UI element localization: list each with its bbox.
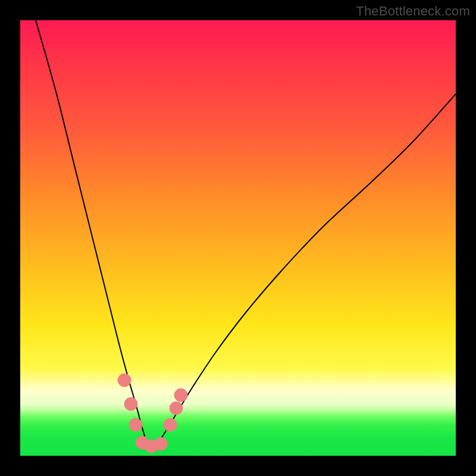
curve-marker [124,397,137,411]
chart-overlay [20,20,456,456]
curve-marker [174,389,187,402]
curve-marker [170,402,183,415]
bottleneck-curve [36,20,456,446]
chart-frame: TheBottleneck.com [0,0,476,476]
curve-marker [164,418,177,431]
curve-marker [118,374,131,387]
curve-marker [154,437,167,450]
watermark-text: TheBottleneck.com [356,4,470,19]
curve-marker [129,418,142,431]
marker-group [118,374,187,453]
plot-area [20,20,456,456]
